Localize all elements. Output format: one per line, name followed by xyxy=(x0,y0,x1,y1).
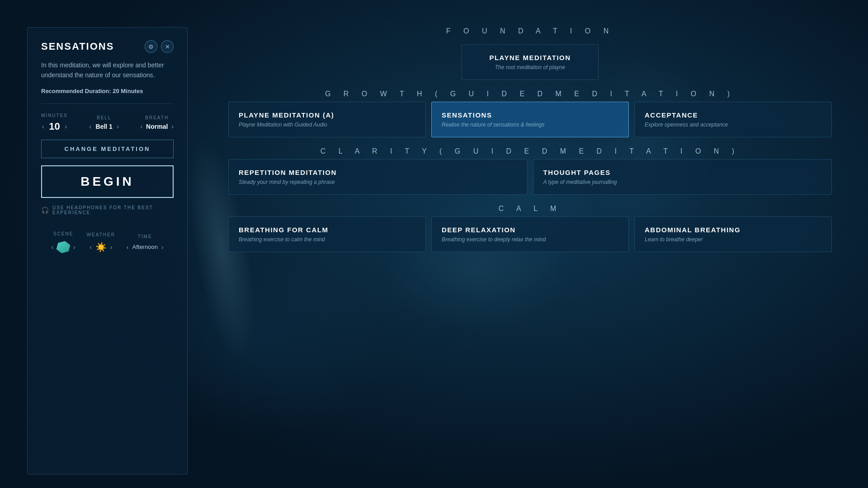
foundation-card-title: PLAYNE MEDITATION xyxy=(489,54,571,61)
bell-control: BELL ‹ Bell 1 › xyxy=(90,115,119,130)
scene-controls: SCENE ‹ › WEATHER ‹ ☀️ › xyxy=(41,222,174,258)
minutes-control: MINUTES ‹ 10 › xyxy=(41,113,68,132)
breath-control: BREATH ‹ Normal › xyxy=(140,115,174,130)
time-next-button[interactable]: › xyxy=(161,244,164,251)
weather-prev-button[interactable]: ‹ xyxy=(90,244,92,251)
weather-label: WEATHER xyxy=(87,232,115,237)
foundation-card-subtitle: The root meditation of playne xyxy=(489,64,571,70)
bell-stepper: ‹ Bell 1 › xyxy=(90,123,119,130)
calm-cards-row: BREATHING FOR CALM Breathing exercise to… xyxy=(228,216,832,252)
calm-card-2[interactable]: ABDOMINAL BREATHING Learn to breathe dee… xyxy=(634,216,832,252)
calm-card-1[interactable]: DEEP RELAXATION Breathing exercise to de… xyxy=(431,216,629,252)
controls-row: MINUTES ‹ 10 › BELL ‹ Bell 1 › xyxy=(41,113,174,132)
clarity-section: C L A R I T Y ( G U I D E D M E D I T A … xyxy=(228,147,832,195)
meditation-description: In this meditation, we will explore and … xyxy=(41,60,174,80)
scene-cube-icon xyxy=(56,240,71,254)
weather-group: WEATHER ‹ ☀️ › xyxy=(87,232,115,253)
minutes-value: 10 xyxy=(48,121,61,132)
breath-label: BREATH xyxy=(145,115,169,120)
panel-icon-group: ⚙ ✕ xyxy=(145,40,174,53)
clarity-card-1-title: THOUGHT PAGES xyxy=(543,169,822,176)
growth-card-2-title: ACCEPTANCE xyxy=(645,111,821,119)
gear-icon: ⚙ xyxy=(148,43,154,50)
growth-card-0-title: PLAYNE MEDITATION (A) xyxy=(239,111,415,119)
growth-card-1[interactable]: SENSATIONS Realise the nature of sensati… xyxy=(431,102,629,137)
calm-card-0-title: BREATHING FOR CALM xyxy=(239,226,415,234)
bell-label: BELL xyxy=(97,115,111,120)
panel-header: SENSATIONS ⚙ ✕ xyxy=(41,40,174,53)
scene-group: SCENE ‹ › xyxy=(51,231,75,253)
breath-prev-button[interactable]: ‹ xyxy=(140,123,142,130)
right-panel: F O U N D A T I O N PLAYNE MEDITATION Th… xyxy=(201,0,868,488)
time-value: Afternoon xyxy=(132,244,158,250)
headphones-text: USE HEADPHONES FOR THE BEST EXPERIENCE xyxy=(52,205,174,215)
growth-card-2-subtitle: Explore openness and acceptance xyxy=(645,122,821,128)
time-prev-button[interactable]: ‹ xyxy=(127,244,129,251)
bell-prev-button[interactable]: ‹ xyxy=(90,123,92,130)
headphones-hint: 🎧 USE HEADPHONES FOR THE BEST EXPERIENCE xyxy=(41,205,174,215)
calm-card-0[interactable]: BREATHING FOR CALM Breathing exercise to… xyxy=(228,216,426,252)
clarity-label: C L A R I T Y ( G U I D E D M E D I T A … xyxy=(228,147,832,155)
growth-card-0[interactable]: PLAYNE MEDITATION (A) Playne Meditation … xyxy=(228,102,426,137)
minutes-prev-button[interactable]: ‹ xyxy=(42,123,44,130)
calm-card-1-title: DEEP RELAXATION xyxy=(442,226,618,234)
foundation-label: F O U N D A T I O N xyxy=(446,27,614,35)
growth-label: G R O W T H ( G U I D E D M E D I T A T … xyxy=(228,90,832,98)
minutes-label: MINUTES xyxy=(41,113,68,118)
calm-card-2-title: ABDOMINAL BREATHING xyxy=(645,226,821,234)
scene-prev-button[interactable]: ‹ xyxy=(51,244,53,251)
calm-card-1-subtitle: Breathing exercise to deeply relax the m… xyxy=(442,236,618,243)
calm-label: C A L M xyxy=(228,205,832,213)
close-button[interactable]: ✕ xyxy=(161,40,174,53)
calm-section: C A L M BREATHING FOR CALM Breathing exe… xyxy=(228,205,832,252)
scene-stepper: ‹ › xyxy=(51,241,75,253)
clarity-card-0[interactable]: REPETITION MEDITATION Steady your mind b… xyxy=(228,159,528,195)
meditation-title: SENSATIONS xyxy=(41,41,114,52)
weather-next-button[interactable]: › xyxy=(110,244,113,251)
growth-cards-row: PLAYNE MEDITATION (A) Playne Meditation … xyxy=(228,102,832,137)
breath-stepper: ‹ Normal › xyxy=(140,123,174,130)
growth-card-1-subtitle: Realise the nature of sensations & feeli… xyxy=(442,122,618,128)
breath-next-button[interactable]: › xyxy=(171,123,174,130)
bell-next-button[interactable]: › xyxy=(117,123,119,130)
calm-card-0-subtitle: Breathing exercise to calm the mind xyxy=(239,236,415,243)
minutes-stepper: ‹ 10 › xyxy=(42,121,67,132)
left-panel: SENSATIONS ⚙ ✕ In this meditation, we wi… xyxy=(0,0,201,488)
clarity-card-0-subtitle: Steady your mind by repeating a phrase xyxy=(239,179,517,185)
change-meditation-button[interactable]: CHANGE MEDITATION xyxy=(41,140,174,158)
weather-icon: ☀️ xyxy=(95,242,107,253)
growth-card-2[interactable]: ACCEPTANCE Explore openness and acceptan… xyxy=(634,102,832,137)
close-icon: ✕ xyxy=(165,43,170,50)
growth-section: G R O W T H ( G U I D E D M E D I T A T … xyxy=(228,90,832,137)
bell-value: Bell 1 xyxy=(95,123,113,130)
growth-card-1-title: SENSATIONS xyxy=(442,111,618,119)
calm-card-2-subtitle: Learn to breathe deeper xyxy=(645,236,821,243)
clarity-card-1[interactable]: THOUGHT PAGES A type of meditative journ… xyxy=(533,159,832,195)
time-stepper: ‹ Afternoon › xyxy=(127,244,164,251)
time-label: TIME xyxy=(138,234,152,239)
breath-value: Normal xyxy=(146,123,168,130)
scene-next-button[interactable]: › xyxy=(73,244,75,251)
growth-card-0-subtitle: Playne Meditation with Guided Audio xyxy=(239,122,415,128)
weather-stepper: ‹ ☀️ › xyxy=(90,242,112,253)
headphones-icon: 🎧 xyxy=(41,206,49,214)
time-group: TIME ‹ Afternoon › xyxy=(127,234,164,251)
meditation-detail-card: SENSATIONS ⚙ ✕ In this meditation, we wi… xyxy=(27,27,188,474)
clarity-cards-row: REPETITION MEDITATION Steady your mind b… xyxy=(228,159,832,195)
divider xyxy=(41,103,174,104)
begin-button[interactable]: BEGIN xyxy=(41,165,174,198)
scene-label: SCENE xyxy=(53,231,73,236)
minutes-next-button[interactable]: › xyxy=(65,123,67,130)
foundation-card[interactable]: PLAYNE MEDITATION The root meditation of… xyxy=(462,44,598,80)
clarity-card-0-title: REPETITION MEDITATION xyxy=(239,169,517,176)
main-content: F O U N D A T I O N PLAYNE MEDITATION Th… xyxy=(228,27,832,252)
settings-button[interactable]: ⚙ xyxy=(145,40,157,53)
recommended-duration: Recommended Duration: 20 Minutes xyxy=(41,88,174,94)
foundation-section: F O U N D A T I O N PLAYNE MEDITATION Th… xyxy=(228,27,832,80)
clarity-card-1-subtitle: A type of meditative journalling xyxy=(543,179,822,185)
